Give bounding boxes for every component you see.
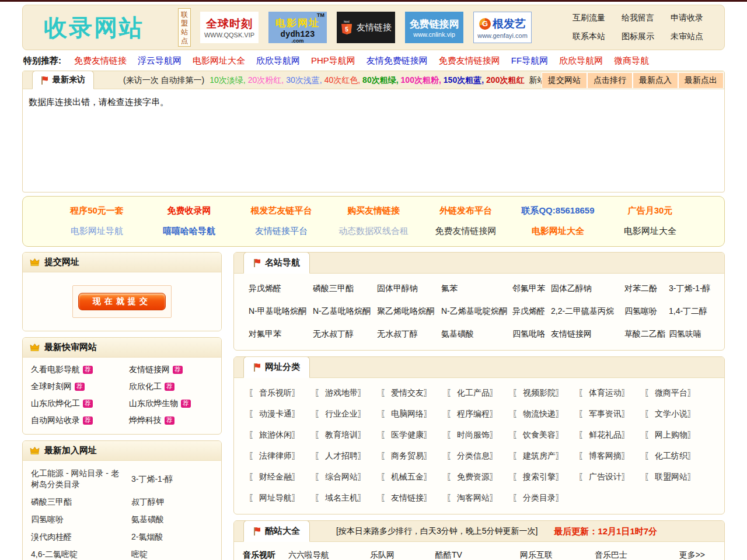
latest-added-link[interactable]: 磷酸三甲酯 xyxy=(31,496,131,508)
header-nav-link[interactable]: 互刷流量 xyxy=(573,13,605,23)
latest-added-link[interactable]: 嘧啶 xyxy=(131,549,218,560)
recommend-link[interactable]: FF导航网 xyxy=(511,55,548,66)
banner-qqsk[interactable]: 全球时刻 WWW.QQSK.VIP xyxy=(200,12,259,43)
category-link[interactable]: 〖 商务贸易〗 xyxy=(381,451,446,461)
sponsor-link[interactable]: 嘻嘻哈哈导航 xyxy=(143,226,235,237)
recommend-link[interactable]: PHP导航网 xyxy=(311,55,355,66)
category-link[interactable]: 〖 化工产品〗 xyxy=(446,388,512,398)
category-link[interactable]: 〖 军事资讯〗 xyxy=(578,409,644,419)
cool-site-link[interactable]: 网乐互联 xyxy=(520,550,595,560)
category-link[interactable]: 〖 联盟网站〗 xyxy=(644,472,710,482)
category-link[interactable]: 〖 程序编程〗 xyxy=(446,409,512,419)
category-link[interactable]: 〖 免费资源〗 xyxy=(446,472,512,482)
famous-sites-tab[interactable]: 名站导航 xyxy=(243,252,310,274)
category-link[interactable]: 〖 旅游休闲〗 xyxy=(249,430,315,440)
latest-added-link[interactable]: 2-氯烟酸 xyxy=(131,531,218,542)
cool-site-link[interactable]: 六六啦导航 xyxy=(288,550,370,560)
sponsor-link[interactable]: 免费收录网 xyxy=(143,205,235,216)
fast-review-site-link[interactable]: 烨烨科技 xyxy=(129,415,162,426)
category-link[interactable]: 〖 化工纺织〗 xyxy=(644,451,710,461)
category-link[interactable]: 〖 文学小说〗 xyxy=(644,409,710,419)
famous-site-link[interactable]: 友情链接网 xyxy=(551,329,624,340)
visitors-action-button[interactable]: 提交网站 xyxy=(542,73,587,88)
famous-site-link[interactable]: 四氢呋喃 xyxy=(669,329,724,340)
category-link[interactable]: 〖 电脑网络〗 xyxy=(381,409,446,419)
latest-added-link[interactable]: 3-丁烯-1-醇 xyxy=(131,474,218,485)
category-link[interactable]: 〖 体育运动〗 xyxy=(578,388,644,398)
fast-review-site-link[interactable]: 友情链接网 xyxy=(129,365,170,375)
union-sites-badge[interactable]: 联盟站点 xyxy=(178,8,191,47)
category-link[interactable]: 〖 视频影院〗 xyxy=(512,388,578,398)
more-link[interactable]: 更多>> xyxy=(679,550,715,560)
category-link[interactable]: 〖 博客网摘〗 xyxy=(578,451,644,461)
famous-site-link[interactable]: 氨基磺酸 xyxy=(441,329,512,340)
sponsor-link[interactable]: 广告月30元 xyxy=(604,205,696,216)
famous-site-link[interactable]: 固体乙醇钠 xyxy=(551,284,624,294)
category-link[interactable]: 〖 综合网站〗 xyxy=(315,472,381,482)
category-link[interactable]: 〖 搜索引擎〗 xyxy=(512,472,578,482)
famous-site-link[interactable]: N-乙基吡咯烷酮 xyxy=(313,306,377,317)
banner-dydh123[interactable]: TM 电影网址 dydh123 .com xyxy=(268,12,327,43)
sponsor-link[interactable]: 电影网址大全 xyxy=(512,226,604,237)
header-nav-link[interactable]: 申请收录 xyxy=(671,13,703,23)
visitors-action-button[interactable]: 点击排行 xyxy=(588,73,632,88)
cool-site-link[interactable]: 音乐巴士 xyxy=(595,550,676,560)
latest-added-link[interactable]: 溴代肉桂醛 xyxy=(31,531,131,542)
submit-now-button[interactable]: 现在就提交 xyxy=(78,293,166,310)
category-link[interactable]: 〖 爱情交友〗 xyxy=(381,388,446,398)
cool-site-link[interactable]: 乐队网 xyxy=(370,550,435,560)
sponsor-link[interactable]: 程序50元一套 xyxy=(51,205,143,216)
famous-site-link[interactable]: 异戊烯醛 xyxy=(249,284,313,294)
header-nav-link[interactable]: 联系本站 xyxy=(573,32,605,42)
latest-added-link[interactable]: 化工能源 - 网站目录 - 老树岛分类目录 xyxy=(31,468,131,490)
header-nav-link[interactable]: 未审站点 xyxy=(671,32,703,42)
sponsor-link[interactable]: 根发艺友链平台 xyxy=(235,205,327,216)
category-link[interactable]: 〖 饮食美容〗 xyxy=(512,430,578,440)
category-link[interactable]: 〖 广告设计〗 xyxy=(578,472,644,482)
fast-review-site-link[interactable]: 久看电影导航 xyxy=(31,365,80,375)
famous-site-link[interactable]: 无水叔丁醇 xyxy=(377,329,441,340)
category-link[interactable]: 〖 机械五金〗 xyxy=(381,472,446,482)
category-link[interactable]: 〖 物流快递〗 xyxy=(512,409,578,419)
recommend-link[interactable]: 免费友情链接 xyxy=(74,55,127,66)
category-link[interactable]: 〖 财经金融〗 xyxy=(249,472,315,482)
fast-review-site-link[interactable]: 自动网站收录 xyxy=(31,415,80,426)
famous-site-link[interactable]: 磷酸三甲酯 xyxy=(313,284,377,294)
recommend-link[interactable]: 微商导航 xyxy=(614,55,649,66)
famous-site-link[interactable]: 1,4-丁二醇 xyxy=(669,306,724,317)
category-link[interactable]: 〖 法律律师〗 xyxy=(249,451,315,461)
category-link[interactable]: 〖 行业企业〗 xyxy=(315,409,381,419)
fast-review-site-link[interactable]: 山东欣烨生物 xyxy=(129,398,178,409)
famous-site-link[interactable]: N-乙烯基吡啶烷酮 xyxy=(441,306,512,317)
sponsor-link[interactable]: 友情链接平台 xyxy=(235,226,327,237)
fast-review-site-link[interactable]: 全球时刻网 xyxy=(31,382,72,392)
category-link[interactable]: 〖 微商平台〗 xyxy=(644,388,710,398)
category-link[interactable]: 〖 网址导航〗 xyxy=(249,493,315,503)
famous-site-link[interactable]: 2,2-二甲硫基丙烷 xyxy=(551,306,624,317)
latest-added-link[interactable]: 4,6-二氯嘧啶 xyxy=(31,549,131,560)
category-link[interactable]: 〖 分类目录〗 xyxy=(512,493,578,503)
famous-site-link[interactable]: 邻氟甲苯 xyxy=(512,284,551,294)
recommend-link[interactable]: 电影网址大全 xyxy=(193,55,245,66)
cool-category-label[interactable]: 音乐视听 xyxy=(243,550,288,560)
category-link[interactable]: 〖 淘客网站〗 xyxy=(446,493,512,503)
category-link[interactable]: 〖 友情链接〗 xyxy=(381,493,446,503)
sponsor-link[interactable]: 电影网址大全 xyxy=(604,226,696,237)
category-link[interactable]: 〖 鲜花礼品〗 xyxy=(578,430,644,440)
famous-site-link[interactable]: 草酸二乙酯 xyxy=(624,329,669,340)
sponsor-link[interactable]: 联系QQ:85618659 xyxy=(512,205,604,216)
fast-review-site-link[interactable]: 山东欣烨化工 xyxy=(31,398,80,409)
famous-site-link[interactable]: 氟苯 xyxy=(441,284,512,294)
category-link[interactable]: 〖 域名主机〗 xyxy=(315,493,381,503)
category-link[interactable]: 〖 网上购物〗 xyxy=(644,430,710,440)
banner-cnlink[interactable]: 免费链接网 www.cnlink.vip xyxy=(405,12,463,43)
famous-site-link[interactable]: 固体甲醇钠 xyxy=(377,284,441,294)
sponsor-link[interactable]: 外链发布平台 xyxy=(420,205,512,216)
category-link[interactable]: 〖 游戏地带〗 xyxy=(315,388,381,398)
categories-tab[interactable]: 网址分类 xyxy=(243,356,310,378)
sponsor-link[interactable]: 购买友情链接 xyxy=(327,205,420,216)
banner-html5-links[interactable]: html 5 友情链接 xyxy=(337,12,395,43)
latest-added-link[interactable]: 氨基磺酸 xyxy=(131,514,218,525)
category-link[interactable]: 〖 时尚服饰〗 xyxy=(446,430,512,440)
sponsor-link[interactable]: 动态数据双线合租 xyxy=(327,226,420,237)
